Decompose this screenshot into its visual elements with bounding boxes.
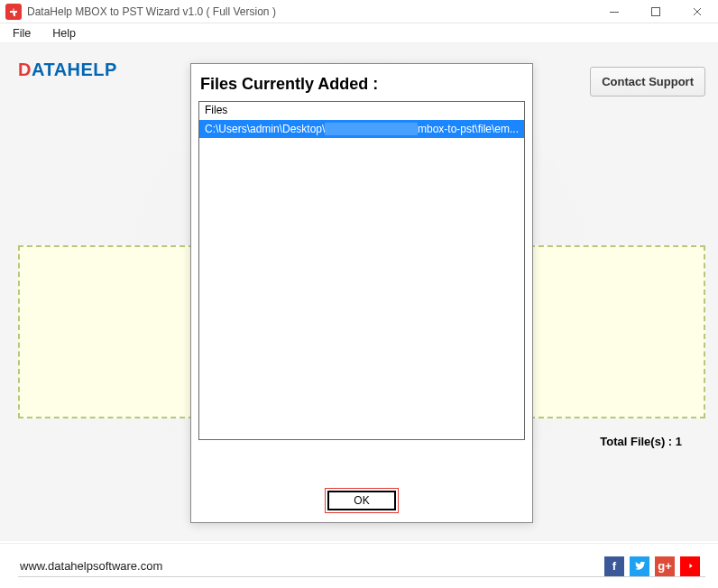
close-button[interactable] xyxy=(677,0,718,23)
file-path-prefix: C:\Users\admin\Desktop\ xyxy=(205,123,325,135)
svg-rect-2 xyxy=(652,7,660,15)
files-listbox: Files C:\Users\admin\Desktop\ mbox-to-ps… xyxy=(198,101,525,440)
main-area: DATAHELP Contact Support Total File(s) :… xyxy=(0,43,718,541)
brand-logo: DATAHELP xyxy=(18,60,117,80)
menu-help[interactable]: Help xyxy=(49,25,79,41)
window-controls xyxy=(594,0,718,23)
titlebar: DataHelp MBOX to PST Wizard v1.0 ( Full … xyxy=(0,0,718,23)
maximize-button[interactable] xyxy=(635,0,677,23)
dialog-title: Files Currently Added : xyxy=(198,73,525,101)
twitter-icon[interactable] xyxy=(630,556,649,576)
menubar: File Help xyxy=(0,23,718,43)
menu-file[interactable]: File xyxy=(9,25,34,41)
app-icon xyxy=(5,4,22,20)
file-path-suffix: mbox-to-pst\file\em... xyxy=(418,123,519,135)
footer: www.datahelpsoftware.com f g+ xyxy=(0,543,718,588)
total-files-label: Total File(s) : 1 xyxy=(600,435,682,448)
youtube-icon[interactable] xyxy=(680,556,700,576)
logo-d: D xyxy=(18,60,32,79)
ok-button-focus-ring: OK xyxy=(325,488,399,513)
files-added-dialog: Files Currently Added : Files C:\Users\a… xyxy=(190,63,533,523)
ok-button[interactable]: OK xyxy=(327,491,396,510)
logo-rest: ATAHELP xyxy=(32,60,117,79)
contact-support-button[interactable]: Contact Support xyxy=(590,67,705,96)
googleplus-icon[interactable]: g+ xyxy=(655,556,675,576)
file-path-redacted xyxy=(325,123,418,135)
file-row[interactable]: C:\Users\admin\Desktop\ mbox-to-pst\file… xyxy=(199,120,524,138)
footer-divider xyxy=(18,576,705,577)
svg-rect-1 xyxy=(610,12,619,13)
social-icons: f g+ xyxy=(604,546,700,576)
window-title: DataHelp MBOX to PST Wizard v1.0 ( Full … xyxy=(27,5,594,18)
files-column-header[interactable]: Files xyxy=(199,102,524,120)
minimize-button[interactable] xyxy=(594,0,635,23)
facebook-icon[interactable]: f xyxy=(604,556,624,576)
footer-url[interactable]: www.datahelpsoftware.com xyxy=(20,548,604,573)
